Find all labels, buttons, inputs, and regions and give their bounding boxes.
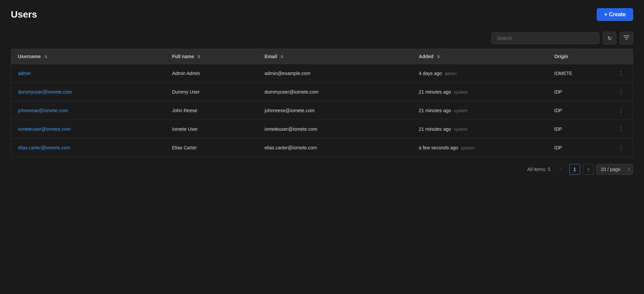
- table-row: dummyuser@iomete.com Dummy User dummyuse…: [11, 83, 633, 101]
- username-link-1[interactable]: dummyuser@iomete.com: [18, 89, 72, 95]
- cell-added-3: 21 minutes ago system: [412, 120, 547, 139]
- cell-email-0: admin@example.com: [258, 64, 412, 83]
- cell-added-4: a few seconds ago system: [412, 139, 547, 157]
- refresh-icon: ↻: [608, 35, 612, 42]
- added-by-3: system: [454, 127, 468, 132]
- cell-username-2: johnreese@iomete.com: [11, 101, 165, 120]
- cell-email-1: dummyuser@iomete.com: [258, 83, 412, 101]
- cell-email-3: iometeuser@iomete.com: [258, 120, 412, 139]
- cell-added-2: 21 minutes ago system: [412, 101, 547, 120]
- col-header-username[interactable]: Username ⇅: [11, 49, 165, 64]
- col-header-origin: Origin: [547, 49, 609, 64]
- cell-username-4: elias.carter@iomete.com: [11, 139, 165, 157]
- cell-origin-2: IDP: [547, 101, 609, 120]
- search-input[interactable]: [491, 32, 599, 44]
- cell-origin-3: IDP: [547, 120, 609, 139]
- prev-page-button[interactable]: <: [556, 164, 567, 175]
- added-time-2: 21 minutes ago: [419, 108, 451, 113]
- refresh-button[interactable]: ↻: [603, 32, 616, 45]
- next-page-button[interactable]: >: [583, 164, 594, 175]
- added-time-3: 21 minutes ago: [419, 126, 451, 132]
- cell-fullname-0: Admin Admin: [165, 64, 258, 83]
- table-row: iometeuser@iomete.com Iomete User iomete…: [11, 120, 633, 139]
- page-title: Users: [11, 9, 37, 20]
- col-header-actions: [609, 49, 633, 64]
- row-actions-button-4[interactable]: ⋮: [616, 144, 626, 151]
- cell-origin-4: IDP: [547, 139, 609, 157]
- table-row: admin Admin Admin admin@example.com 4 da…: [11, 64, 633, 83]
- username-link-2[interactable]: johnreese@iomete.com: [18, 108, 68, 113]
- filter-icon: [623, 35, 629, 42]
- row-actions-button-0[interactable]: ⋮: [616, 70, 626, 77]
- added-time-4: a few seconds ago: [419, 145, 458, 150]
- cell-fullname-4: Elias Carter: [165, 139, 258, 157]
- table-body: admin Admin Admin admin@example.com 4 da…: [11, 64, 633, 157]
- row-actions-button-2[interactable]: ⋮: [616, 107, 626, 114]
- create-button[interactable]: + Create: [597, 8, 633, 21]
- row-actions-button-1[interactable]: ⋮: [616, 88, 626, 96]
- cell-actions-3: ⋮: [609, 120, 633, 139]
- added-by-1: system: [454, 90, 468, 95]
- pagination: All items: 5 < 1 > 10 / page20 / page50 …: [11, 157, 633, 176]
- cell-email-2: johnreese@iomete.com: [258, 101, 412, 120]
- pagination-info: All items: 5: [527, 167, 550, 172]
- col-header-email[interactable]: Email ⇅: [258, 49, 412, 64]
- cell-username-1: dummyuser@iomete.com: [11, 83, 165, 101]
- table-header-row: Username ⇅ Full name ⇅ Email ⇅ Added ⇅: [11, 49, 633, 64]
- cell-origin-0: IOMETE: [547, 64, 609, 83]
- added-time-0: 4 days ago: [419, 71, 442, 76]
- added-time-1: 21 minutes ago: [419, 89, 451, 95]
- cell-fullname-1: Dummy User: [165, 83, 258, 101]
- cell-email-4: elias.carter@iomete.com: [258, 139, 412, 157]
- added-by-4: system: [461, 145, 475, 150]
- users-table: Username ⇅ Full name ⇅ Email ⇅ Added ⇅: [11, 49, 633, 157]
- cell-actions-0: ⋮: [609, 64, 633, 83]
- cell-origin-1: IDP: [547, 83, 609, 101]
- cell-fullname-2: John Reese: [165, 101, 258, 120]
- col-header-fullname[interactable]: Full name ⇅: [165, 49, 258, 64]
- email-sort-icon: ⇅: [280, 55, 283, 59]
- added-sort-icon: ⇅: [437, 55, 440, 59]
- fullname-sort-icon: ⇅: [197, 55, 200, 59]
- added-by-0: admin: [445, 71, 456, 76]
- username-link-0[interactable]: admin: [18, 71, 31, 76]
- cell-actions-1: ⋮: [609, 83, 633, 101]
- cell-added-1: 21 minutes ago system: [412, 83, 547, 101]
- row-actions-button-3[interactable]: ⋮: [616, 125, 626, 133]
- toolbar: ↻: [11, 32, 633, 45]
- users-table-container: Username ⇅ Full name ⇅ Email ⇅ Added ⇅: [11, 49, 633, 157]
- current-page-button[interactable]: 1: [569, 164, 580, 175]
- cell-username-3: iometeuser@iomete.com: [11, 120, 165, 139]
- cell-actions-4: ⋮: [609, 139, 633, 157]
- col-header-added[interactable]: Added ⇅: [412, 49, 547, 64]
- filter-button[interactable]: [620, 32, 633, 45]
- page-header: Users + Create: [11, 8, 633, 21]
- table-row: elias.carter@iomete.com Elias Carter eli…: [11, 139, 633, 157]
- username-sort-icon: ⇅: [44, 55, 47, 59]
- page-size-select[interactable]: 10 / page20 / page50 / page100 / page: [596, 164, 633, 175]
- cell-added-0: 4 days ago admin: [412, 64, 547, 83]
- username-link-3[interactable]: iometeuser@iomete.com: [18, 126, 71, 132]
- added-by-2: system: [454, 108, 468, 113]
- cell-fullname-3: Iomete User: [165, 120, 258, 139]
- table-row: johnreese@iomete.com John Reese johnrees…: [11, 101, 633, 120]
- cell-actions-2: ⋮: [609, 101, 633, 120]
- page-container: Users + Create ↻ Username: [0, 0, 644, 184]
- cell-username-0: admin: [11, 64, 165, 83]
- username-link-4[interactable]: elias.carter@iomete.com: [18, 145, 70, 150]
- page-size-wrapper: 10 / page20 / page50 / page100 / page: [596, 164, 633, 175]
